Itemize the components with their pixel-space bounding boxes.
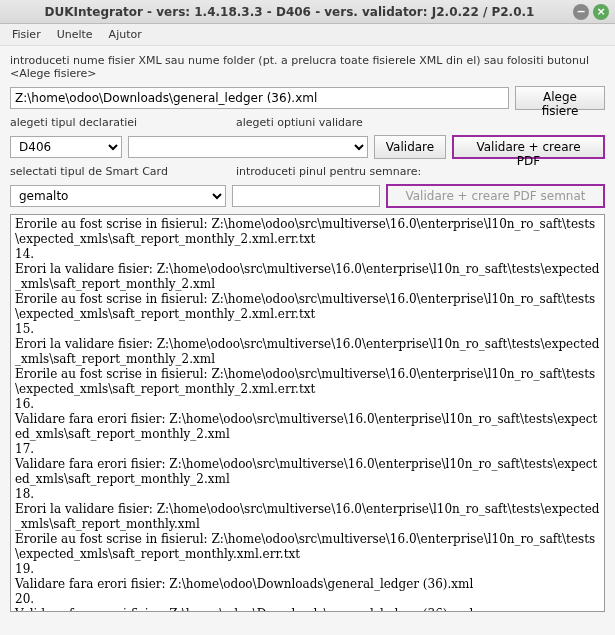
content-area: introduceti nume fisier XML sau nume fol… bbox=[0, 46, 615, 616]
log-line: Validare fara erori fisier: Z:\home\odoo… bbox=[15, 607, 600, 612]
log-line: Erorile au fost scrise in fisierul: Z:\h… bbox=[15, 367, 600, 397]
log-output[interactable]: Erorile au fost scrise in fisierul: Z:\h… bbox=[10, 214, 605, 612]
label-pin: introduceti pinul pentru semnare: bbox=[236, 165, 421, 178]
log-line: 14. bbox=[15, 247, 600, 262]
menu-ajutor[interactable]: Ajutor bbox=[101, 26, 150, 43]
validate-create-pdf-signed-button[interactable]: Validare + creare PDF semnat bbox=[386, 184, 605, 208]
labels-row-1: alegeti tipul declaratiei alegeti optiun… bbox=[10, 116, 605, 129]
window-controls: − × bbox=[573, 4, 609, 20]
label-tip-declaratie: alegeti tipul declaratiei bbox=[10, 116, 230, 129]
log-line: Erorile au fost scrise in fisierul: Z:\h… bbox=[15, 532, 600, 562]
validate-button[interactable]: Validare bbox=[374, 135, 446, 159]
choose-files-button[interactable]: Alege fisiere bbox=[515, 86, 605, 110]
log-line: Erori la validare fisier: Z:\home\odoo\s… bbox=[15, 262, 600, 292]
close-button[interactable]: × bbox=[593, 4, 609, 20]
controls-row-1: D406 Validare Validare + creare PDF bbox=[10, 135, 605, 159]
log-line: 16. bbox=[15, 397, 600, 412]
controls-row-2: gemalto Validare + creare PDF semnat bbox=[10, 184, 605, 208]
window-title: DUKIntegrator - vers: 1.4.18.3.3 - D406 … bbox=[6, 5, 573, 19]
log-line: 20. bbox=[15, 592, 600, 607]
log-line: 17. bbox=[15, 442, 600, 457]
log-line: Erorile au fost scrise in fisierul: Z:\h… bbox=[15, 292, 600, 322]
instruction-text: introduceti nume fisier XML sau nume fol… bbox=[10, 54, 605, 80]
labels-row-2: selectati tipul de Smart Card introducet… bbox=[10, 165, 605, 178]
log-line: 19. bbox=[15, 562, 600, 577]
log-line: Erori la validare fisier: Z:\home\odoo\s… bbox=[15, 337, 600, 367]
log-line: 18. bbox=[15, 487, 600, 502]
log-line: 15. bbox=[15, 322, 600, 337]
pin-input[interactable] bbox=[232, 185, 380, 207]
menu-unelte[interactable]: Unelte bbox=[49, 26, 101, 43]
titlebar: DUKIntegrator - vers: 1.4.18.3.3 - D406 … bbox=[0, 0, 615, 24]
menu-fisier[interactable]: Fisier bbox=[4, 26, 49, 43]
log-line: Validare fara erori fisier: Z:\home\odoo… bbox=[15, 577, 600, 592]
log-line: Erori la validare fisier: Z:\home\odoo\s… bbox=[15, 502, 600, 532]
validate-create-pdf-button[interactable]: Validare + creare PDF bbox=[452, 135, 605, 159]
label-optiuni-validare: alegeti optiuni validare bbox=[236, 116, 363, 129]
validation-options-select[interactable] bbox=[128, 136, 368, 158]
menubar: Fisier Unelte Ajutor bbox=[0, 24, 615, 46]
file-row: Alege fisiere bbox=[10, 86, 605, 110]
declaration-type-select[interactable]: D406 bbox=[10, 136, 122, 158]
log-line: Validare fara erori fisier: Z:\home\odoo… bbox=[15, 412, 600, 442]
file-path-input[interactable] bbox=[10, 87, 509, 109]
smartcard-select[interactable]: gemalto bbox=[10, 185, 226, 207]
log-line: Validare fara erori fisier: Z:\home\odoo… bbox=[15, 457, 600, 487]
log-line: Erorile au fost scrise in fisierul: Z:\h… bbox=[15, 217, 600, 247]
minimize-button[interactable]: − bbox=[573, 4, 589, 20]
label-smartcard: selectati tipul de Smart Card bbox=[10, 165, 230, 178]
